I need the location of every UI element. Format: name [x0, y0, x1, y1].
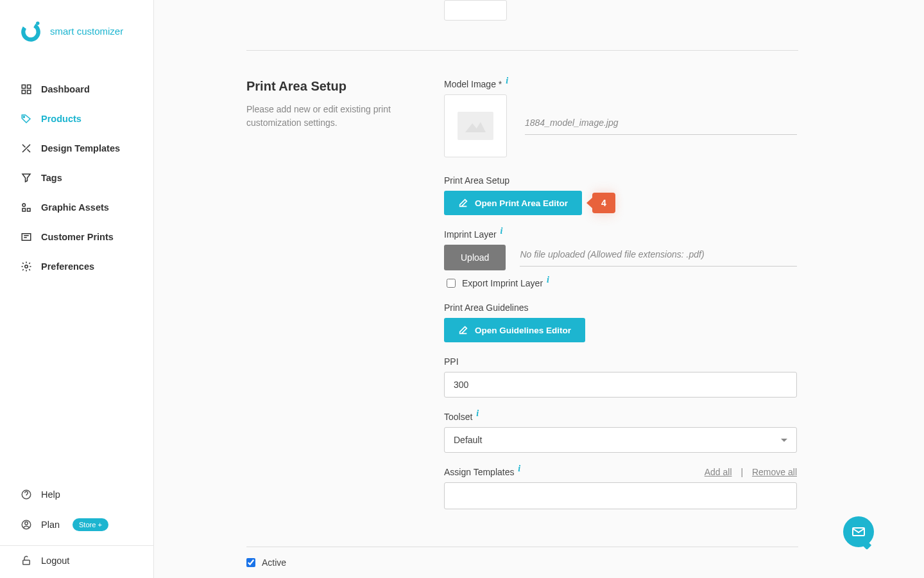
svg-point-11 — [25, 265, 28, 268]
sidebar-item-label: Graphic Assets — [41, 202, 109, 213]
ppi-input[interactable] — [444, 372, 797, 398]
main: Print Area Setup Please add new or edit … — [154, 0, 924, 578]
step-callout-badge: 4 — [592, 193, 615, 213]
svg-point-7 — [22, 204, 26, 207]
info-icon[interactable]: i — [501, 226, 503, 236]
export-imprint-checkbox[interactable] — [447, 279, 456, 288]
button-label: Open Guidelines Editor — [475, 326, 571, 335]
sidebar-item-logout[interactable]: Logout — [0, 546, 153, 575]
svg-rect-4 — [22, 91, 25, 94]
sidebar-item-preferences[interactable]: Preferences — [0, 252, 153, 281]
svg-rect-15 — [23, 560, 30, 565]
sidebar-item-products[interactable]: Products — [0, 104, 153, 134]
svg-rect-8 — [22, 209, 26, 212]
mail-icon — [851, 524, 866, 539]
assign-templates-label: Assign Templates i — [444, 467, 520, 477]
guidelines-label: Print Area Guidelines — [444, 302, 797, 313]
chevron-down-icon — [781, 439, 787, 442]
sidebar-item-customer-prints[interactable]: Customer Prints — [0, 222, 153, 252]
info-icon[interactable]: i — [506, 76, 508, 85]
svg-rect-5 — [28, 91, 31, 94]
user-icon — [21, 519, 32, 530]
sidebar: smart customizer Dashboard Products Desi… — [0, 0, 154, 578]
nav-main: Dashboard Products Design Templates Tags… — [0, 62, 153, 480]
remove-all-link[interactable]: Remove all — [752, 467, 797, 477]
templates-actions: Add all | Remove all — [705, 467, 797, 477]
model-image-label: Model Image * i — [444, 79, 797, 89]
thumbnail-placeholder — [444, 0, 507, 21]
section-title: Print Area Setup — [246, 79, 406, 94]
sidebar-item-help[interactable]: Help — [0, 480, 153, 509]
sidebar-item-graphic-assets[interactable]: Graphic Assets — [0, 193, 153, 222]
edit-icon — [458, 325, 468, 335]
checkbox-label: Active — [262, 557, 286, 568]
print-area-setup-label: Print Area Setup — [444, 175, 797, 186]
open-print-area-editor-button[interactable]: Open Print Area Editor — [444, 191, 582, 215]
sidebar-item-label: Customer Prints — [41, 232, 114, 242]
sidebar-item-label: Products — [41, 114, 81, 124]
imprint-layer-label: Imprint Layer i — [444, 229, 797, 240]
select-value: Default — [454, 435, 482, 445]
assign-templates-box[interactable] — [444, 482, 797, 509]
sidebar-item-label: Tags — [41, 173, 62, 183]
help-icon — [21, 489, 32, 500]
model-image-filename: 1884_model_image.jpg — [525, 118, 797, 135]
sidebar-item-dashboard[interactable]: Dashboard — [0, 74, 153, 104]
nav-bottom: Help Plan Store + Logout — [0, 480, 153, 578]
sidebar-item-label: Preferences — [41, 261, 94, 272]
sidebar-item-tags[interactable]: Tags — [0, 163, 153, 193]
button-label: Open Print Area Editor — [475, 198, 568, 208]
toolset-select[interactable]: Default — [444, 427, 797, 453]
svg-rect-9 — [28, 209, 31, 212]
svg-rect-2 — [22, 85, 25, 88]
section-divider — [246, 50, 798, 51]
sidebar-item-label: Plan — [41, 520, 60, 530]
active-checkbox[interactable] — [246, 558, 255, 567]
info-icon[interactable]: i — [518, 464, 520, 473]
svg-point-1 — [36, 22, 39, 25]
button-label: Upload — [461, 252, 489, 263]
svg-rect-3 — [28, 85, 31, 88]
svg-point-14 — [25, 522, 28, 525]
upload-filename-hint: No file uploaded (Allowed file extension… — [520, 249, 797, 267]
sidebar-item-plan[interactable]: Plan Store + — [0, 509, 153, 540]
model-image-thumbnail[interactable] — [444, 94, 507, 157]
brand-logo-icon — [19, 19, 42, 42]
dashboard-icon — [21, 83, 32, 95]
section-description: Please add new or edit existing print cu… — [246, 103, 406, 130]
info-icon[interactable]: i — [476, 408, 479, 418]
sidebar-item-label: Dashboard — [41, 84, 90, 94]
add-all-link[interactable]: Add all — [705, 467, 732, 477]
edit-icon — [458, 198, 468, 208]
lock-icon — [21, 555, 32, 566]
prints-icon — [21, 231, 32, 243]
info-icon[interactable]: i — [547, 275, 549, 285]
chat-support-button[interactable] — [843, 516, 874, 547]
gear-icon — [21, 261, 32, 272]
toolset-label: Toolset i — [444, 412, 797, 422]
design-icon — [21, 143, 32, 154]
funnel-icon — [21, 172, 32, 184]
upload-button[interactable]: Upload — [444, 245, 506, 270]
checkbox-label: Export Imprint Layer i — [462, 278, 549, 288]
ppi-label: PPI — [444, 356, 797, 367]
tag-icon — [21, 113, 32, 125]
svg-point-6 — [23, 116, 24, 118]
logo-area[interactable]: smart customizer — [0, 0, 153, 62]
export-imprint-checkbox-row[interactable]: Export Imprint Layer i — [447, 278, 797, 288]
active-checkbox-row[interactable]: Active — [246, 547, 798, 568]
sidebar-item-design-templates[interactable]: Design Templates — [0, 134, 153, 163]
sidebar-item-label: Logout — [41, 556, 69, 566]
shapes-icon — [21, 202, 32, 213]
brand-name: smart customizer — [50, 26, 123, 37]
sidebar-item-label: Design Templates — [41, 143, 120, 153]
plan-badge: Store + — [73, 518, 108, 531]
open-guidelines-editor-button[interactable]: Open Guidelines Editor — [444, 318, 585, 342]
sidebar-item-label: Help — [41, 489, 60, 500]
